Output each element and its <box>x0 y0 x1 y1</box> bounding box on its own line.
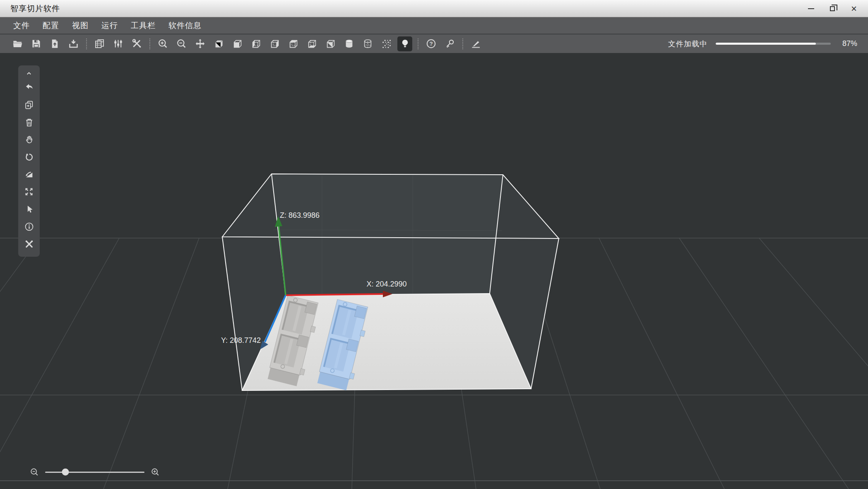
rotate-icon <box>24 152 34 162</box>
lay-flat-button[interactable] <box>20 166 38 183</box>
zoom-control <box>30 467 160 477</box>
cylinder-solid-icon <box>344 38 355 49</box>
view-left-face-icon <box>250 38 262 49</box>
view-iso-button[interactable] <box>323 36 338 51</box>
undo-button[interactable] <box>20 79 38 96</box>
cut-knife-button[interactable] <box>468 36 483 51</box>
point-cloud-button[interactable] <box>379 36 394 51</box>
toolbar-separator <box>418 39 418 49</box>
sliders-button[interactable] <box>111 36 125 51</box>
toolbar-separator <box>149 39 150 49</box>
cylinder-wireframe-icon <box>362 38 373 49</box>
minimize-button[interactable] <box>800 0 822 17</box>
minimize-icon <box>808 8 814 9</box>
menu-about[interactable]: 软件信息 <box>168 20 202 31</box>
scale-expand-button[interactable] <box>20 183 38 200</box>
zoom-out-icon <box>176 38 187 49</box>
zoom-in-button[interactable] <box>155 36 170 51</box>
view-right-face-button[interactable] <box>267 36 282 51</box>
window-title: 智享切片软件 <box>10 3 60 14</box>
progress-percent: 87% <box>839 39 857 48</box>
move-button[interactable] <box>192 36 207 51</box>
collapse-chevron-icon <box>25 69 33 77</box>
zoom-in-slider-icon[interactable] <box>151 467 160 477</box>
point-cloud-icon <box>381 38 392 49</box>
restore-button[interactable] <box>822 0 843 17</box>
toolbar-separator <box>86 39 87 49</box>
zoom-out-button[interactable] <box>174 36 189 51</box>
view-front-face-icon <box>232 38 243 49</box>
cylinder-wireframe-button[interactable] <box>360 36 375 51</box>
side-tool-palette <box>18 65 40 257</box>
zoom-slider-handle[interactable] <box>62 469 69 476</box>
cylinder-solid-button[interactable] <box>341 36 356 51</box>
progress-bar <box>716 43 831 45</box>
viewport: Z: 863.9986 X: 204.2990 Y: 208.7742 <box>0 53 868 489</box>
file-upload-button[interactable] <box>47 36 62 51</box>
toolbar-separator <box>462 39 463 49</box>
tools-icon <box>131 38 142 49</box>
light-toggle-button[interactable] <box>397 36 412 51</box>
menu-run[interactable]: 运行 <box>101 20 118 31</box>
repair-tools-icon <box>24 239 34 249</box>
z-axis-label: Z: 863.9986 <box>280 211 320 219</box>
import-button[interactable] <box>66 36 81 51</box>
titlebar: 智享切片软件 × <box>0 0 868 17</box>
view-front-face-button[interactable] <box>230 36 245 51</box>
info-button[interactable] <box>20 218 38 235</box>
move-icon <box>195 38 206 49</box>
restore-icon <box>830 6 835 11</box>
collapse-chevron-button[interactable] <box>20 68 38 79</box>
open-folder-icon <box>12 38 23 49</box>
view-left-face-button[interactable] <box>248 36 263 51</box>
view-bottom-face-icon <box>306 38 317 49</box>
light-icon <box>399 38 411 49</box>
parameter-table-icon <box>94 38 105 49</box>
select-cursor-button[interactable] <box>20 200 38 218</box>
close-button[interactable]: × <box>843 0 865 17</box>
view-solid-cube-icon <box>213 38 224 49</box>
menu-file[interactable]: 文件 <box>13 20 30 31</box>
view-top-face-button[interactable] <box>286 36 301 51</box>
delete-icon <box>24 117 34 128</box>
view-top-face-icon <box>288 38 299 49</box>
close-icon: × <box>851 4 857 14</box>
key-button[interactable] <box>442 36 457 51</box>
zoom-in-icon <box>157 38 168 49</box>
view-right-face-icon <box>269 38 280 49</box>
repair-tools-button[interactable] <box>20 235 38 253</box>
zoom-out-slider-icon[interactable] <box>30 467 39 477</box>
cut-knife-icon <box>470 38 481 49</box>
lay-flat-icon <box>24 169 34 180</box>
menu-toolbar[interactable]: 工具栏 <box>131 20 156 31</box>
pan-button[interactable] <box>20 131 38 148</box>
rotate-button[interactable] <box>20 148 38 166</box>
y-axis-label: Y: 208.7742 <box>221 336 261 344</box>
viewport-canvas[interactable]: Z: 863.9986 X: 204.2990 Y: 208.7742 <box>0 53 868 489</box>
duplicate-button[interactable] <box>20 96 38 113</box>
x-axis-label: X: 204.2990 <box>366 280 406 288</box>
tools-button[interactable] <box>129 36 144 51</box>
parameter-table-button[interactable] <box>92 36 107 51</box>
undo-icon <box>24 82 34 93</box>
info-icon <box>24 222 34 232</box>
save-button[interactable] <box>29 36 43 51</box>
save-icon <box>31 38 42 49</box>
svg-text:?: ? <box>429 41 433 47</box>
view-bottom-face-button[interactable] <box>304 36 319 51</box>
view-solid-cube-button[interactable] <box>211 36 226 51</box>
open-folder-button[interactable] <box>10 36 25 51</box>
scale-expand-icon <box>24 187 34 197</box>
menu-view[interactable]: 视图 <box>72 20 89 31</box>
zoom-slider-track[interactable] <box>45 472 144 473</box>
help-button[interactable]: ? <box>423 36 438 51</box>
toolbar: ? 文件加载中 87% <box>0 34 868 53</box>
import-icon <box>68 38 79 49</box>
pan-icon <box>24 135 34 145</box>
delete-button[interactable] <box>20 113 38 131</box>
progress-label: 文件加载中 <box>668 39 707 49</box>
duplicate-icon <box>24 100 34 110</box>
menu-config[interactable]: 配置 <box>43 20 59 31</box>
progress-bar-fill <box>716 43 816 45</box>
menubar: 文件 配置 视图 运行 工具栏 软件信息 <box>0 17 868 34</box>
